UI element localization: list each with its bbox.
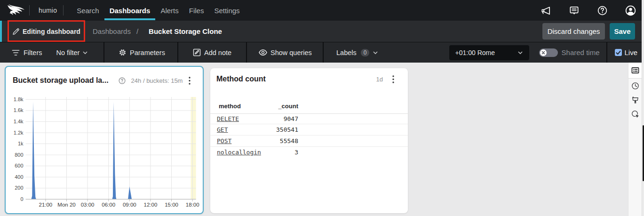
- top-navigation-bar: humio SearchDashboardsAlertsFilesSetting…: [0, 0, 642, 21]
- filter-dropdown[interactable]: No filter: [56, 49, 87, 56]
- breadcrumb-separator: /: [136, 27, 138, 35]
- filters-section: Filters No filter: [0, 42, 104, 63]
- timezone-value: +01:00 Rome: [455, 49, 495, 56]
- live-checkbox-group[interactable]: Live: [615, 48, 637, 56]
- rail-item-styling[interactable]: [628, 93, 642, 107]
- editbar-actions: Discard changes Save: [542, 23, 635, 40]
- add-note-label: Add note: [204, 49, 231, 56]
- table-row: POST55548: [210, 136, 408, 147]
- current-bucket-band: [191, 97, 196, 199]
- editing-dashboard-button[interactable]: Editing dashboard: [12, 28, 80, 35]
- toolbar-divider: [606, 42, 607, 63]
- filter-value: No filter: [56, 49, 80, 56]
- y-tick-label: 1.8k: [14, 96, 24, 102]
- eye-icon: [259, 49, 267, 56]
- y-tick-label: 400: [15, 174, 23, 180]
- count-value: 3: [294, 147, 298, 158]
- breadcrumb-dashboards-link[interactable]: Dashboards: [93, 27, 131, 35]
- nav-item-files[interactable]: Files: [184, 0, 209, 21]
- nav-divider: [29, 5, 30, 16]
- live-checkbox[interactable]: [615, 49, 622, 56]
- x-tick-label: 15:00: [165, 202, 178, 208]
- help-question-icon[interactable]: [597, 5, 608, 16]
- widget-header: Method count 1d: [210, 68, 408, 90]
- filters-label: Filters: [24, 49, 42, 56]
- method-link[interactable]: DELETE: [217, 114, 239, 124]
- save-button[interactable]: Save: [610, 23, 635, 40]
- pencil-icon: [12, 28, 20, 35]
- breadcrumb-current-page: Bucket Storage Clone: [149, 27, 222, 35]
- dashboard-canvas: Bucket storage upload la... 24h / bucket…: [0, 63, 644, 216]
- show-queries-label: Show queries: [270, 49, 312, 56]
- feedback-chat-icon[interactable]: [569, 5, 580, 16]
- add-note-section[interactable]: Add note: [178, 42, 247, 63]
- crowdstrike-falcon-logo: [7, 4, 25, 16]
- announcements-megaphone-icon[interactable]: [541, 5, 551, 16]
- time-selection-icon: [631, 82, 639, 90]
- nav-item-dashboards[interactable]: Dashboards: [104, 0, 156, 21]
- timechart-area[interactable]: 02004006008001k1.2k1.4k1.6k1.8k21:00Mon …: [6, 67, 203, 213]
- column-header-count: _count: [278, 103, 298, 110]
- rail-item-widgets[interactable]: [628, 63, 642, 79]
- widgets-panel-icon: [631, 66, 639, 74]
- y-tick-label: 0: [20, 196, 23, 202]
- y-tick-label: 1.6k: [14, 107, 24, 113]
- method-link[interactable]: POST: [217, 136, 231, 147]
- labels-section[interactable]: Labels 0: [324, 42, 378, 63]
- widget-bucket-storage-upload-latency[interactable]: Bucket storage upload la... 24h / bucket…: [5, 66, 204, 214]
- method-link[interactable]: GET: [217, 124, 228, 136]
- rail-item-time[interactable]: [628, 79, 642, 93]
- user-avatar-icon[interactable]: [625, 5, 636, 16]
- widget-time-range: 1d: [376, 76, 383, 83]
- column-header-method: method: [219, 103, 241, 110]
- dashboard-edit-bar: Editing dashboard Dashboards / Bucket St…: [0, 21, 642, 42]
- discard-changes-button[interactable]: Discard changes: [542, 23, 605, 40]
- widget-tools-rail: [628, 63, 642, 216]
- widget-menu-kebab-icon[interactable]: [390, 75, 397, 83]
- labels-count-badge: 0: [361, 49, 370, 56]
- y-tick-label: 1k: [18, 141, 24, 146]
- table-row: nolocallogin3: [210, 147, 408, 158]
- shared-time-toggle[interactable]: [539, 48, 558, 57]
- chevron-down-icon: [83, 51, 87, 54]
- method-link[interactable]: nolocallogin: [217, 147, 261, 158]
- nav-item-search[interactable]: Search: [72, 0, 104, 21]
- editing-dashboard-label: Editing dashboard: [23, 28, 80, 35]
- nav-item-alerts[interactable]: Alerts: [155, 0, 183, 21]
- x-tick-label: 12:00: [144, 202, 158, 208]
- x-tick-label: 06:00: [102, 202, 115, 208]
- check-icon: [616, 50, 621, 55]
- table-body: DELETE9047GET350541POST55548nolocallogin…: [210, 114, 408, 159]
- nav-item-settings[interactable]: Settings: [209, 0, 245, 21]
- humio-dashboard-page: humio SearchDashboardsAlertsFilesSetting…: [0, 0, 644, 216]
- brand-humio: humio: [39, 7, 57, 14]
- gear-icon: [119, 48, 127, 56]
- live-label: Live: [624, 48, 637, 56]
- edit-mode-accent-strip: [0, 21, 2, 42]
- widget-method-count[interactable]: Method count 1d method _count DELETE9047…: [210, 68, 408, 213]
- x-tick-label: 09:00: [123, 202, 136, 208]
- toggle-knob-off: [540, 49, 547, 56]
- count-value: 9047: [284, 114, 298, 124]
- y-tick-label: 200: [15, 185, 23, 191]
- x-tick-label: Mon 20: [57, 202, 75, 208]
- styling-icon: [631, 96, 639, 104]
- kebab-dots: [392, 75, 394, 83]
- shared-time-label: Shared time: [562, 48, 600, 56]
- page-scrollbar-track[interactable]: [642, 63, 644, 216]
- breadcrumb: Dashboards / Bucket Storage Clone: [93, 21, 222, 42]
- rail-item-interactions[interactable]: [628, 107, 642, 121]
- topnav-icon-group: [541, 5, 636, 16]
- x-tick-label: 18:00: [186, 202, 199, 208]
- labels-label: Labels: [336, 49, 357, 56]
- widget-title: Method count: [216, 75, 266, 83]
- x-tick-label: 03:00: [81, 202, 95, 208]
- parameters-label: Parameters: [130, 49, 165, 56]
- parameters-section[interactable]: Parameters: [104, 42, 178, 63]
- count-value: 55548: [280, 136, 298, 147]
- show-queries-section[interactable]: Show queries: [247, 42, 324, 63]
- interactions-icon: [631, 110, 639, 118]
- primary-nav: SearchDashboardsAlertsFilesSettings: [72, 0, 245, 21]
- timezone-select[interactable]: +01:00 Rome: [449, 45, 529, 60]
- table-header-row: method _count: [210, 99, 408, 114]
